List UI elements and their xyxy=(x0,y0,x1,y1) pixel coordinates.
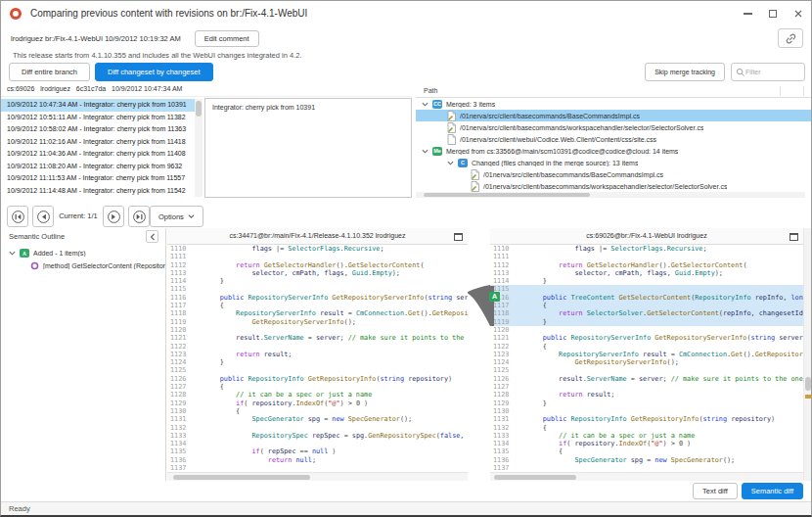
code-text: { xyxy=(188,407,240,415)
code-token: result xyxy=(643,351,667,358)
path-tree-scrollbar[interactable] xyxy=(416,192,805,198)
scrollbar-thumb[interactable] xyxy=(494,475,576,481)
next-diff-button[interactable] xyxy=(103,206,124,227)
line-number: 1124 xyxy=(167,358,188,366)
changeset-item[interactable]: 10/9/2012 10:47:34 AM - Integrator: cher… xyxy=(1,99,195,112)
changeset-list-scrollbar[interactable] xyxy=(195,99,203,197)
diff-entire-branch-button[interactable]: Diff entire branch xyxy=(9,63,90,81)
code-token: } xyxy=(220,277,224,285)
category-badge: C xyxy=(458,159,468,167)
scrollbar-thumb[interactable] xyxy=(173,475,310,481)
changeset-item[interactable]: 10/9/2012 10:58:02 AM - Integrator: cher… xyxy=(1,123,195,136)
outline-row[interactable]: AAdded - 1 item(s) xyxy=(1,247,165,259)
tree-label: Merged: 3 items xyxy=(446,101,495,108)
scrollbar-thumb[interactable] xyxy=(424,193,590,197)
path-tree-row[interactable]: MeMerged from cs:33566@/main/scm10391@co… xyxy=(416,145,811,157)
options-button[interactable]: Options xyxy=(150,206,203,227)
path-column-header[interactable]: Path xyxy=(416,85,811,98)
code-token: // make sure it points to the one we kno… xyxy=(348,334,468,342)
maximize-pane-icon[interactable] xyxy=(789,233,798,241)
code-token xyxy=(511,375,559,383)
code-token: GetSelectorContent xyxy=(647,309,719,317)
changeset-item[interactable]: 10/9/2012 11:11:53 AM - Integrator: cher… xyxy=(1,172,195,185)
outline-row[interactable]: [method] GetSelectorContent (Repository xyxy=(1,259,165,272)
skip-merge-tracking-button[interactable]: Skip merge tracking xyxy=(645,63,725,81)
code-line: 1112 return GetSelectorHandler().GetSele… xyxy=(167,261,468,269)
path-tree-row[interactable]: /01nerva/src/client/basecommands/BaseCom… xyxy=(416,110,811,121)
changeset-item[interactable]: 10/9/2012 11:02:16 AM - Integrator: cher… xyxy=(1,136,195,149)
code-token: CmConnection xyxy=(356,309,404,317)
scrollbar-thumb[interactable] xyxy=(196,101,202,117)
code-line: 1132 { xyxy=(490,424,803,432)
code-token: server xyxy=(316,334,340,342)
last-icon xyxy=(132,210,147,224)
path-tree-row[interactable]: /01nerva/src/client/basecommands/workspa… xyxy=(416,180,811,192)
maximize-pane-icon[interactable] xyxy=(454,233,463,241)
line-number: 1135 xyxy=(167,447,188,455)
changeset-meta: lrodriguez br:/Fix-4.1-WebUI 10/9/2012 1… xyxy=(11,34,181,43)
maximize-button[interactable] xyxy=(764,1,782,26)
code-token: CmConnection xyxy=(679,351,727,358)
path-tree-row[interactable]: /01nerva/src/client/basecommands/BaseCom… xyxy=(416,168,811,180)
path-tree-row[interactable]: CCMerged: 3 items xyxy=(416,98,811,110)
line-number: 1114 xyxy=(167,277,188,285)
code-token: GetRepositoryHandler xyxy=(432,309,468,317)
code-token xyxy=(188,391,236,399)
path-tree-row[interactable]: /01nerva/src/client/basecommands/workspa… xyxy=(416,121,811,133)
code-line: 1137 xyxy=(167,464,468,472)
method-icon xyxy=(30,261,39,270)
changeset-item[interactable]: 10/9/2012 11:14:48 AM - Integrator: cher… xyxy=(1,185,195,198)
code-token: ; xyxy=(408,415,412,423)
code-token xyxy=(188,269,251,277)
collapse-outline-button[interactable] xyxy=(146,230,158,243)
close-button[interactable] xyxy=(789,1,807,26)
code-line: 1134 xyxy=(167,440,468,447)
code-token xyxy=(188,400,236,407)
code-token xyxy=(188,447,251,455)
previous-diff-button[interactable] xyxy=(32,206,54,227)
path-tree-row[interactable]: /01nerva/src/client/webui/Codice.Web.Cli… xyxy=(416,133,811,145)
app-icon xyxy=(10,8,22,20)
left-pane-scrollbar[interactable] xyxy=(167,472,468,481)
changeset-item[interactable]: 10/9/2012 11:04:36 AM - Integrator: cher… xyxy=(1,148,195,161)
diff-changeset-by-changeset-button[interactable]: Diff changeset by changeset xyxy=(95,63,213,81)
scrollbar-thumb[interactable] xyxy=(805,377,811,391)
diff-vertical-scrollbar[interactable] xyxy=(803,228,811,481)
path-tree-row[interactable]: CChanged (files changed in the merge sou… xyxy=(416,157,811,168)
code-line: 1136 return null; xyxy=(167,456,468,464)
code-line: 1116 public TreeContent GetSelectorConte… xyxy=(490,294,803,302)
code-token: false xyxy=(440,432,460,440)
code-line: 1120 xyxy=(490,326,803,334)
right-pane-scrollbar[interactable] xyxy=(490,472,803,481)
code-line: 1115 xyxy=(490,285,803,293)
tree-label: /01nerva/src/client/basecommands/workspa… xyxy=(460,124,703,131)
line-number: 1121 xyxy=(167,334,188,342)
code-line: 1115 xyxy=(167,285,468,293)
changeset-item[interactable]: 10/9/2012 11:08:20 AM - Integrator: cher… xyxy=(1,161,195,173)
code-token xyxy=(188,309,236,317)
changeset-item[interactable]: 10/9/2012 10:51:11 AM - Integrator: cher… xyxy=(1,112,195,124)
minimize-button[interactable] xyxy=(739,1,756,26)
edit-comment-button[interactable]: Edit comment xyxy=(195,30,259,47)
code-line: 1119 GetRepositoryServerInfo(); xyxy=(167,318,468,326)
filter-input[interactable] xyxy=(745,69,802,75)
code-token: public xyxy=(220,375,245,383)
line-number: 1136 xyxy=(490,456,511,464)
text-diff-button[interactable]: Text diff xyxy=(693,483,738,499)
line-number: 1110 xyxy=(490,245,511,253)
code-token: { xyxy=(543,424,547,432)
code-token xyxy=(511,261,559,269)
last-diff-button[interactable] xyxy=(128,206,150,227)
diff-connector-wedge xyxy=(468,285,490,330)
link-button[interactable] xyxy=(778,28,803,48)
code-text: if( repository.IndexOf("@") > 0 ) xyxy=(511,440,691,447)
code-line: 1117 { xyxy=(167,302,468,309)
code-line: 1122 { xyxy=(490,343,803,351)
code-line: 1126 public RepositoryInfo GetRepository… xyxy=(167,375,468,383)
code-line: 1129 } xyxy=(490,400,803,407)
code-token: SpecGenerator xyxy=(348,415,400,423)
title-bar: Comparing previous content with revision… xyxy=(1,1,811,26)
line-number: 1127 xyxy=(490,383,511,391)
semantic-diff-button[interactable]: Semantic diff xyxy=(742,483,803,499)
first-diff-button[interactable] xyxy=(7,206,28,227)
